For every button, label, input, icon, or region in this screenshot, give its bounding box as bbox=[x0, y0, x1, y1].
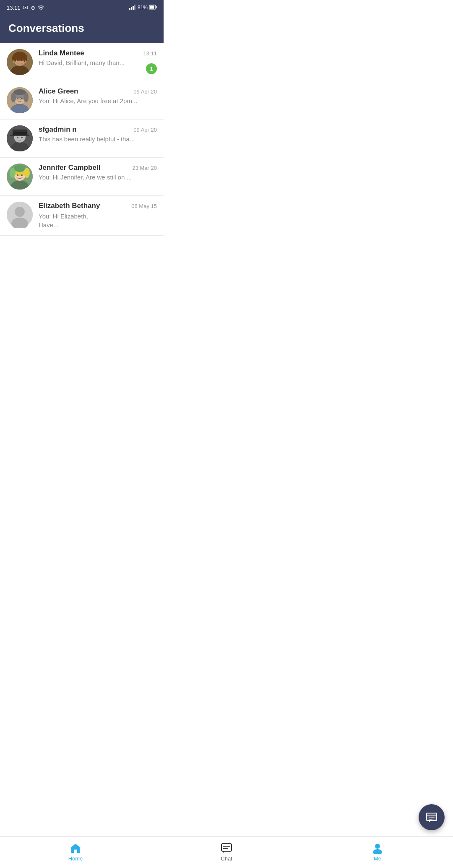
contact-name-elizabeth: Elizabeth Bethany bbox=[39, 202, 100, 210]
conversation-content-alice: Alice Green 09 Apr 20 You: Hi Alice, Are… bbox=[39, 87, 157, 104]
message-preview-linda: Hi David, Brilliant, many than... bbox=[39, 59, 157, 66]
svg-point-53 bbox=[15, 207, 25, 217]
conversation-item-linda[interactable]: Linda Mentee 13:11 Hi David, Brilliant, … bbox=[0, 43, 164, 81]
svg-point-27 bbox=[21, 98, 23, 99]
contact-name-sfg: sfgadmin n bbox=[39, 125, 77, 134]
svg-point-48 bbox=[17, 174, 18, 176]
contact-name-jennifer: Jennifer Campbell bbox=[39, 164, 100, 172]
wifi-icon bbox=[38, 4, 44, 11]
conversation-top-sfg: sfgadmin n 09 Apr 20 bbox=[39, 125, 157, 134]
timestamp-sfg: 09 Apr 20 bbox=[133, 127, 157, 133]
svg-point-16 bbox=[21, 60, 23, 61]
svg-point-47 bbox=[24, 168, 30, 178]
conversation-top-alice: Alice Green 09 Apr 20 bbox=[39, 87, 157, 96]
svg-point-46 bbox=[10, 168, 16, 178]
avatar-linda bbox=[7, 49, 33, 75]
conversation-item-jennifer[interactable]: Jennifer Campbell 23 Mar 20 You: Hi Jenn… bbox=[0, 158, 164, 196]
status-time: 13:11 bbox=[7, 5, 21, 11]
svg-point-25 bbox=[14, 89, 26, 95]
avatar-elizabeth bbox=[7, 202, 33, 228]
conversation-item-elizabeth[interactable]: Elizabeth Bethany 06 May 15 You: Hi Eliz… bbox=[0, 196, 164, 236]
conversation-list: Linda Mentee 13:11 Hi David, Brilliant, … bbox=[0, 43, 164, 236]
message-preview-sfg: This has been really helpful - tha... bbox=[39, 135, 157, 143]
timestamp-linda: 13:11 bbox=[143, 50, 157, 57]
conversation-content-jennifer: Jennifer Campbell 23 Mar 20 You: Hi Jenn… bbox=[39, 164, 157, 181]
conversation-content-elizabeth: Elizabeth Bethany 06 May 15 You: Hi Eliz… bbox=[39, 202, 157, 229]
status-left: 13:11 ✉ ⊖ bbox=[7, 4, 44, 11]
timestamp-elizabeth: 06 May 15 bbox=[131, 203, 157, 209]
conversation-item-alice[interactable]: Alice Green 09 Apr 20 You: Hi Alice, Are… bbox=[0, 81, 164, 120]
svg-point-49 bbox=[21, 174, 23, 176]
svg-rect-37 bbox=[13, 130, 27, 132]
svg-rect-3 bbox=[134, 5, 135, 10]
svg-point-50 bbox=[16, 177, 18, 179]
contact-name-alice: Alice Green bbox=[39, 87, 78, 96]
avatar-alice bbox=[7, 87, 33, 113]
unread-badge-linda: 1 bbox=[146, 63, 157, 74]
svg-point-15 bbox=[17, 60, 18, 61]
timestamp-jennifer: 23 Mar 20 bbox=[132, 165, 157, 171]
conversations-header: Conversations bbox=[0, 15, 164, 43]
timestamp-alice: 09 Apr 20 bbox=[133, 88, 157, 95]
svg-point-17 bbox=[13, 60, 15, 63]
conversation-item-sfg[interactable]: sfgadmin n 09 Apr 20 This has been reall… bbox=[0, 120, 164, 158]
conversation-content-sfg: sfgadmin n 09 Apr 20 This has been reall… bbox=[39, 125, 157, 143]
svg-rect-0 bbox=[129, 8, 130, 10]
message-preview-jennifer: You: Hi Jennifer, Are we still on ... bbox=[39, 174, 157, 181]
page-title: Conversations bbox=[8, 22, 84, 34]
status-bar: 13:11 ✉ ⊖ 81% bbox=[0, 0, 164, 15]
svg-rect-5 bbox=[156, 6, 157, 8]
svg-point-45 bbox=[14, 165, 26, 172]
signal-icon bbox=[129, 5, 136, 11]
conversation-top-linda: Linda Mentee 13:11 bbox=[39, 49, 157, 57]
conversation-top-jennifer: Jennifer Campbell 23 Mar 20 bbox=[39, 164, 157, 172]
contact-name-linda: Linda Mentee bbox=[39, 49, 84, 57]
battery-text: 81% bbox=[138, 5, 148, 10]
conversation-content-linda: Linda Mentee 13:11 Hi David, Brilliant, … bbox=[39, 49, 157, 66]
message-preview-alice: You: Hi Alice, Are you free at 2pm... bbox=[39, 97, 157, 104]
svg-rect-2 bbox=[133, 6, 134, 10]
svg-point-26 bbox=[17, 98, 18, 99]
svg-point-51 bbox=[22, 177, 23, 179]
svg-point-38 bbox=[17, 137, 18, 138]
conversation-top-elizabeth: Elizabeth Bethany 06 May 15 bbox=[39, 202, 157, 210]
svg-rect-1 bbox=[131, 7, 132, 10]
message-preview-elizabeth: You: Hi Elizabeth, Have... bbox=[39, 212, 157, 229]
battery-icon bbox=[149, 5, 157, 11]
svg-rect-6 bbox=[150, 5, 154, 9]
avatar-jennifer bbox=[7, 164, 33, 190]
minus-circle-icon: ⊖ bbox=[31, 5, 35, 11]
svg-rect-36 bbox=[10, 135, 29, 136]
svg-point-18 bbox=[25, 60, 26, 63]
svg-point-39 bbox=[21, 137, 23, 138]
status-right: 81% bbox=[129, 5, 157, 11]
mail-icon: ✉ bbox=[23, 4, 28, 11]
avatar-sfg bbox=[7, 125, 33, 151]
